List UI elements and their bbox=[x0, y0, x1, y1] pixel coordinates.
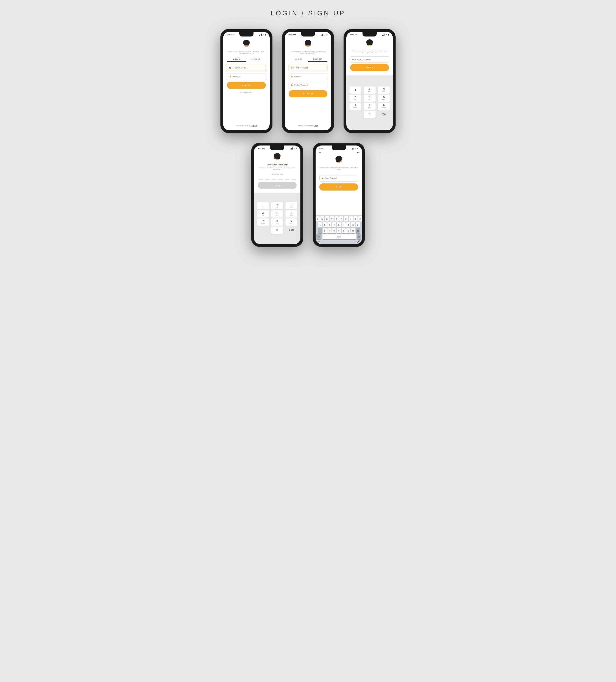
key-2[interactable]: 2ABC bbox=[364, 87, 375, 94]
keypad-row-4: 0 ⌫ bbox=[348, 111, 391, 118]
signup-screen: 9:41 AM ▲ ▮ bbox=[285, 32, 331, 130]
tab-signup-2[interactable]: SIGN UP bbox=[308, 57, 327, 62]
key-v[interactable]: V bbox=[337, 228, 341, 233]
key-n[interactable]: N bbox=[346, 228, 350, 233]
otp-key-3[interactable]: 3DEF bbox=[286, 202, 297, 209]
signup-password-input[interactable]: 🔒 Password bbox=[289, 73, 327, 80]
key-c[interactable]: C bbox=[332, 228, 336, 233]
otp-dot-1 bbox=[258, 179, 263, 180]
key-s[interactable]: S bbox=[323, 222, 327, 227]
sign-up-button[interactable]: SIGN UP bbox=[289, 90, 327, 97]
key-0[interactable]: 0 bbox=[364, 111, 375, 118]
key-l[interactable]: L bbox=[356, 222, 360, 227]
forgot-password-link[interactable]: Forgot Password? bbox=[240, 92, 253, 93]
key-t[interactable]: T bbox=[335, 217, 339, 222]
key-1[interactable]: 1 bbox=[349, 87, 361, 94]
kb-row-3: ⇧ Z X C V B N M ⌫ bbox=[316, 228, 361, 233]
key-q[interactable]: Q bbox=[316, 217, 320, 222]
mic-key[interactable]: 🎤 bbox=[357, 240, 360, 243]
key-u[interactable]: U bbox=[344, 217, 348, 222]
key-a[interactable]: A bbox=[318, 222, 322, 227]
tab-signup[interactable]: SIGN UP bbox=[246, 57, 266, 62]
battery-icon-3: ▮ bbox=[388, 34, 389, 36]
go-key[interactable]: Go bbox=[357, 234, 361, 239]
key-7[interactable]: 7PQRS bbox=[349, 103, 361, 110]
key-8[interactable]: 8TUV bbox=[364, 103, 375, 110]
otp-key-9[interactable]: 9WXYZ bbox=[286, 219, 297, 226]
key-o[interactable]: O bbox=[353, 217, 358, 222]
key-w[interactable]: W bbox=[320, 217, 324, 222]
otp-key-1[interactable]: 1 bbox=[257, 202, 269, 209]
signup-status-bar: 9:41 AM ▲ ▮ bbox=[285, 32, 331, 37]
key-3[interactable]: 3DEF bbox=[378, 87, 390, 94]
signal-bar-3 bbox=[260, 34, 261, 36]
signup-status-icons: ▲ ▮ bbox=[321, 33, 327, 36]
tab-login[interactable]: LOGIN bbox=[227, 57, 246, 62]
otp-dot-3 bbox=[272, 179, 276, 180]
key-i[interactable]: I bbox=[349, 217, 353, 222]
key-j[interactable]: J bbox=[346, 222, 350, 227]
tab-login-2[interactable]: LOGIN bbox=[289, 57, 308, 62]
key-x[interactable]: X bbox=[327, 228, 332, 233]
svg-point-3 bbox=[247, 46, 248, 47]
otp-key-6[interactable]: 6MNO bbox=[286, 210, 297, 218]
space-key[interactable]: space bbox=[322, 234, 356, 239]
key-z[interactable]: Z bbox=[323, 228, 327, 233]
sign-up-link[interactable]: Sign up bbox=[252, 125, 257, 127]
save-button[interactable]: SAVE bbox=[319, 183, 358, 190]
key-g[interactable]: G bbox=[337, 222, 341, 227]
otp-key-2[interactable]: 2ABC bbox=[271, 202, 283, 209]
key-k[interactable]: K bbox=[351, 222, 355, 227]
key-m[interactable]: M bbox=[351, 228, 355, 233]
menu-button[interactable]: ≡ bbox=[357, 151, 359, 154]
numpad-phone-input[interactable]: 🇺🇸 ▾ +1 (612) 397-8483 bbox=[350, 56, 389, 63]
signal-bar-4 bbox=[261, 33, 262, 36]
key-y[interactable]: Y bbox=[339, 217, 343, 222]
confirm-password-input[interactable]: 🔒 Confirm Password bbox=[289, 82, 327, 88]
phone-input[interactable]: 🇺🇸 ▾ +1 (917) 467-3445 bbox=[227, 65, 266, 71]
phone-value: +1 (917) 467-3445 bbox=[234, 67, 248, 69]
otp-keypad-row-2: 4GHI 5JKL 6MNO bbox=[256, 210, 298, 218]
key-6[interactable]: 6MNO bbox=[378, 94, 390, 102]
wifi-icon-4: ▲ bbox=[293, 147, 295, 149]
backspace-key[interactable]: ⌫ bbox=[356, 228, 360, 233]
battery-icon-5: ▮ bbox=[357, 147, 358, 150]
reset-password-input[interactable]: 🔒 Reset Password bbox=[319, 175, 358, 182]
otp-key-8[interactable]: 8TUV bbox=[271, 219, 283, 226]
key-b[interactable]: B bbox=[342, 228, 346, 233]
key-4[interactable]: 4GHI bbox=[349, 94, 361, 102]
key-p[interactable]: P bbox=[358, 217, 362, 222]
numbers-key[interactable]: 123 bbox=[316, 234, 321, 239]
signal-bars-4 bbox=[290, 147, 293, 150]
key-9[interactable]: 9WXYZ bbox=[378, 103, 390, 110]
back-button[interactable]: ← bbox=[319, 151, 321, 154]
key-h[interactable]: H bbox=[342, 222, 346, 227]
shift-key[interactable]: ⇧ bbox=[318, 228, 322, 233]
otp-key-4[interactable]: 4GHI bbox=[257, 210, 269, 218]
key-d[interactable]: D bbox=[327, 222, 332, 227]
key-backspace[interactable]: ⌫ bbox=[378, 111, 390, 118]
otp-dot-2 bbox=[265, 179, 270, 180]
otp-key-5[interactable]: 5JKL bbox=[271, 210, 283, 218]
wifi-icon-5: ▲ bbox=[355, 147, 357, 149]
numpad-login-button[interactable]: LOGIN bbox=[350, 64, 389, 71]
otp-title: Verification codes OTP bbox=[267, 164, 288, 166]
otp-key-backspace[interactable]: ⌫ bbox=[286, 227, 297, 234]
sign-in-button[interactable]: SIGN IN bbox=[227, 82, 266, 89]
otp-key-0[interactable]: 0 bbox=[271, 227, 283, 234]
password-input[interactable]: 🔒 Password bbox=[227, 73, 266, 80]
key-f[interactable]: F bbox=[332, 222, 336, 227]
otp-top: Verification codes OTP Curabitur sit ame… bbox=[254, 151, 300, 192]
key-e[interactable]: E bbox=[325, 217, 329, 222]
otp-key-7[interactable]: 7PQRS bbox=[257, 219, 269, 226]
password-placeholder: Password bbox=[233, 75, 240, 77]
lock-icon: 🔒 bbox=[229, 75, 231, 77]
signup-phone-input[interactable]: 🇬🇪 ▾ +995 599771803 bbox=[289, 65, 327, 71]
emoji-key[interactable]: ☺ bbox=[318, 240, 320, 243]
key-5[interactable]: 5JKL bbox=[364, 94, 375, 102]
key-r[interactable]: R bbox=[330, 217, 334, 222]
confirm-password-placeholder: Confirm Password bbox=[294, 84, 308, 86]
kb-row-2: A S D F G H J K L bbox=[316, 222, 361, 227]
login-link[interactable]: Login bbox=[314, 125, 318, 127]
otp-login-button[interactable]: LOGIN bbox=[258, 182, 297, 189]
